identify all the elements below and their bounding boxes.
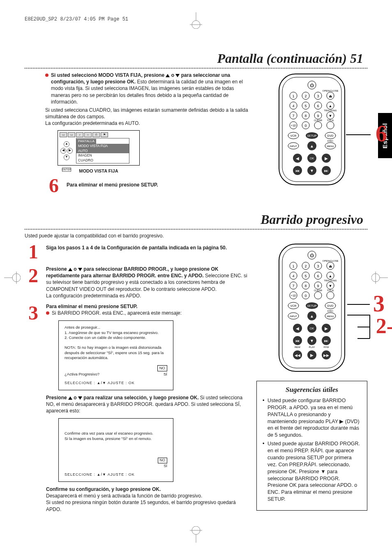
osd-screenshot: ▭▭♪☼⎙⚑ ▲ ◀▶ ▼ ENTER PANTALLA MODO VISTA … xyxy=(58,130,140,166)
svg-text:TRACKING: TRACKING xyxy=(324,279,337,282)
svg-text:⏻: ⏻ xyxy=(310,253,314,258)
svg-text:9: 9 xyxy=(317,114,319,118)
svg-text:OK: OK xyxy=(310,327,314,330)
svg-text:DVD: DVD xyxy=(327,134,334,137)
svg-text:⏭: ⏭ xyxy=(324,339,328,343)
dialog-activate-progressive: Antes de proseguir... 1. Asegúrese de qu… xyxy=(58,320,173,390)
svg-text:VCR: VCR xyxy=(291,134,297,137)
svg-text:MENU: MENU xyxy=(327,145,334,147)
svg-text:⏭: ⏭ xyxy=(324,168,328,173)
svg-text:▼: ▼ xyxy=(310,339,314,343)
svg-text:0: 0 xyxy=(304,124,307,128)
step-number-6: 6 xyxy=(45,176,62,196)
svg-text:▲: ▲ xyxy=(329,274,332,278)
svg-text:OPEN/CLOSE: OPEN/CLOSE xyxy=(322,90,338,92)
svg-text:4: 4 xyxy=(292,274,294,278)
svg-text:⏏: ⏏ xyxy=(329,264,332,268)
svg-text:◀◀: ◀◀ xyxy=(295,353,300,357)
divider xyxy=(25,229,367,230)
svg-text:▶: ▶ xyxy=(310,353,314,357)
svg-text:8: 8 xyxy=(304,114,307,118)
step-number-2: 2 xyxy=(25,266,42,299)
svg-text:3: 3 xyxy=(317,94,319,98)
svg-text:MENU: MENU xyxy=(327,315,334,318)
svg-text:4: 4 xyxy=(292,104,294,108)
svg-point-106 xyxy=(327,292,334,299)
step-3-text: Para eliminar el menú presione SETUP. Si… xyxy=(46,303,248,513)
svg-text:CLEAR: CLEAR xyxy=(314,119,323,122)
bullet-icon xyxy=(45,74,48,77)
step-2-text: Presione o para seleccionar BARRIDO PROG… xyxy=(46,266,248,299)
svg-text:0: 0 xyxy=(304,294,307,298)
tip-item: Usted puede ajustar BARRIDO PROGR. en el… xyxy=(263,440,361,503)
svg-text:FFW: FFW xyxy=(324,346,329,348)
svg-text:⏏: ⏏ xyxy=(329,94,332,98)
svg-text:INPUT: INPUT xyxy=(290,315,297,318)
svg-text:9: 9 xyxy=(317,284,319,288)
svg-point-105 xyxy=(314,292,322,299)
svg-text:REW: REW xyxy=(295,346,300,348)
tip-item: Usted puede configurar BARRIDO PROGR. a … xyxy=(263,397,361,439)
svg-text:PLAY: PLAY xyxy=(309,346,315,348)
svg-text:CLEAR: CLEAR xyxy=(314,289,323,292)
svg-text:▲: ▲ xyxy=(329,104,332,108)
step-number-3: 3 xyxy=(25,303,42,513)
svg-point-43 xyxy=(327,122,334,129)
tips-title: Sugerencias útiles xyxy=(263,385,361,395)
svg-text:7: 7 xyxy=(292,114,294,118)
svg-text:SETUP: SETUP xyxy=(307,304,317,307)
svg-text:DISC: DISC xyxy=(327,140,334,142)
svg-text:◀: ◀ xyxy=(296,326,299,331)
svg-text:5: 5 xyxy=(304,274,307,278)
svg-text:▼: ▼ xyxy=(329,114,332,118)
remote-control-illustration: ⏻ OPEN/CLOSE 1 2 3 ⏏ 4 5 6 ▲ TRACKING xyxy=(275,72,349,187)
svg-text:5: 5 xyxy=(304,104,307,108)
svg-text:▶▶: ▶▶ xyxy=(323,353,329,357)
svg-point-42 xyxy=(314,122,322,129)
svg-text:▲: ▲ xyxy=(310,144,314,148)
divider xyxy=(25,68,367,69)
svg-text:OPEN/CLOSE: OPEN/CLOSE xyxy=(322,260,338,262)
section-title-pantalla: Pantalla (continuación) 51 xyxy=(25,51,363,66)
svg-text:TITLE: TITLE xyxy=(327,289,334,292)
svg-text:▲: ▲ xyxy=(310,314,314,318)
svg-text:▼: ▼ xyxy=(329,284,332,288)
svg-text:3: 3 xyxy=(317,264,319,268)
svg-text:▶: ▶ xyxy=(325,326,328,331)
pointer-3: 3 xyxy=(373,290,385,317)
svg-text:1: 1 xyxy=(292,94,294,98)
svg-text:▼: ▼ xyxy=(310,168,314,173)
svg-text:2: 2 xyxy=(304,94,307,98)
tips-box: Sugerencias útiles Usted puede configura… xyxy=(256,381,367,511)
svg-text:INPUT: INPUT xyxy=(290,145,297,147)
svg-text:◀: ◀ xyxy=(296,156,299,161)
svg-text:+10: +10 xyxy=(291,294,296,297)
svg-text:DISC: DISC xyxy=(327,310,334,312)
svg-text:+10: +10 xyxy=(291,124,296,127)
svg-text:8: 8 xyxy=(304,284,307,288)
svg-text:2: 2 xyxy=(304,264,307,268)
remote-control-illustration: ⏻ OPEN/CLOSE 1 2 3 ⏏ 4 5 6 ▲ TRACKING 7 … xyxy=(275,242,349,373)
svg-text:OK: OK xyxy=(310,157,314,160)
step-1-text: Siga los pasos 1 a 4 de la Configuración… xyxy=(46,242,248,262)
svg-text:7: 7 xyxy=(292,284,294,288)
svg-text:⏮: ⏮ xyxy=(295,168,300,173)
step-number-1: 1 xyxy=(25,242,42,262)
svg-text:6: 6 xyxy=(317,274,319,278)
svg-text:⏻: ⏻ xyxy=(310,83,314,88)
svg-text:▶: ▶ xyxy=(325,156,328,161)
svg-text:⏮: ⏮ xyxy=(295,339,300,343)
paragraph: Si usted selecciona CUADRO, las imágenes… xyxy=(45,107,248,120)
svg-text:TITLE: TITLE xyxy=(327,119,334,122)
svg-text:DVD: DVD xyxy=(327,304,334,307)
svg-text:VCR: VCR xyxy=(291,304,297,307)
intro-text: Usted puede ajustar la compatibilidad co… xyxy=(25,233,367,239)
svg-text:6: 6 xyxy=(317,104,319,108)
pointer-6: 6 xyxy=(376,120,387,147)
pointer-2-3: 2-3 xyxy=(376,314,392,338)
dialog-confirm-progressive: Confirme otra vez para usar el escaneo p… xyxy=(58,418,173,482)
section-title-barrido: Barrido progresivo xyxy=(25,212,363,227)
paragraph: La configuración predeterminada es AUTO. xyxy=(45,120,248,127)
svg-text:SETUP: SETUP xyxy=(307,134,317,137)
step-text: Si usted seleccionó MODO VISTA FIJA, pre… xyxy=(51,72,248,105)
